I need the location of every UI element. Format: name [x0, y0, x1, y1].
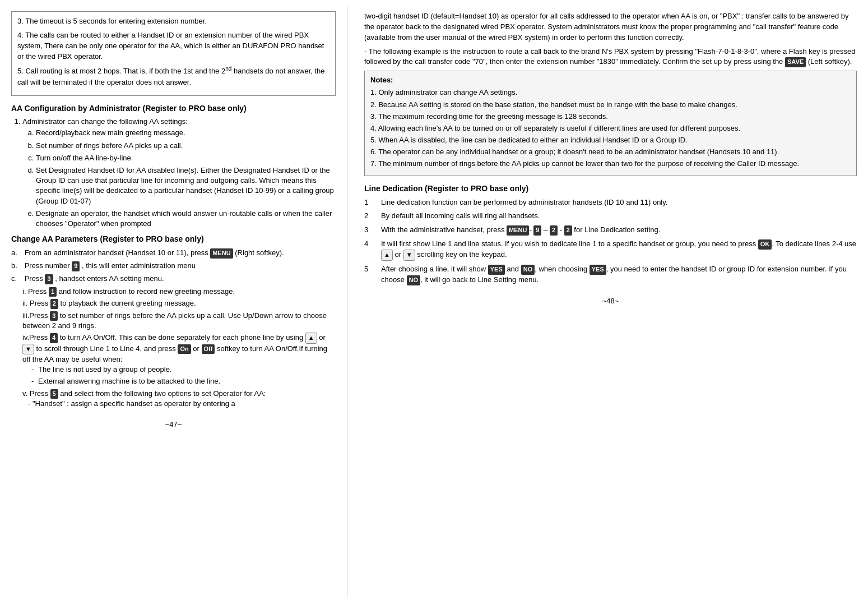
line-item-5: 5 After choosing a line, it will show YE… — [364, 264, 857, 285]
down-arrow-btn: ▼ — [22, 344, 34, 354]
note-5: 5. When AA is disabled, the line can be … — [370, 135, 851, 145]
aa-config-title: AA Configuration by Administrator (Regis… — [11, 104, 336, 113]
number-3-badge: 3 — [45, 274, 53, 284]
step-a: a. From an administrator handset (Handse… — [11, 248, 336, 259]
notes-box: Notes: 1. Only administrator can change … — [364, 71, 857, 176]
number-9-badge: 9 — [72, 261, 80, 271]
aa-config-sub-list: Record/playback new main greeting messag… — [22, 128, 336, 229]
change-aa-section: Change AA Parameters (Register to PRO ba… — [11, 234, 336, 409]
note-2: 2. Because AA setting is stored on the b… — [370, 100, 851, 110]
iv-dash-1: The line is not used by a group of peopl… — [31, 365, 336, 375]
step-b: b. Press number 9 , this will enter admi… — [11, 261, 336, 271]
right-para2: - The following example is the instructi… — [364, 47, 857, 68]
iv-dash-list: The line is not used by a group of peopl… — [22, 365, 336, 386]
no-badge-2: NO — [407, 275, 421, 285]
note-6: 6. The operator can be any individual ha… — [370, 147, 851, 157]
page-num-left: ~47~ — [11, 420, 336, 428]
n2b: 2 — [564, 225, 572, 236]
n2a: 2 — [550, 225, 558, 236]
num-5-badge: 5 — [50, 389, 58, 399]
aa-config-sub-b: Set number of rings before AA picks up a… — [36, 141, 336, 151]
num-1-badge: 1 — [49, 287, 57, 297]
aa-config-list: Administrator can change the following A… — [11, 117, 336, 229]
num-3-badge-b: 3 — [50, 311, 58, 321]
note-4: 4. Allowing each line's AA to be turned … — [370, 123, 851, 133]
sub-step-iii: iii.Press 3 to set number of rings befor… — [22, 311, 336, 331]
note-3: 3. The maximum recording time for the gr… — [370, 112, 851, 122]
aa-config-sub-d: Set Designated Handset ID for AA disable… — [36, 165, 336, 206]
num-4-badge: 4 — [50, 333, 58, 343]
menu-badge-2: MENU — [507, 225, 529, 236]
aa-config-sub-c: Turn on/off the AA line-by-line. — [36, 153, 336, 163]
aa-config-sub-a: Record/playback new main greeting messag… — [36, 128, 336, 138]
aa-config-section: AA Configuration by Administrator (Regis… — [11, 104, 336, 229]
down-arrow-2: ▼ — [403, 250, 415, 261]
num-2-badge: 2 — [50, 299, 58, 308]
yes-badge: YES — [488, 265, 505, 275]
right-column: two-digit handset ID (default=Handset 10… — [347, 6, 868, 598]
on-badge: On — [178, 344, 191, 354]
note-1: 1. Only administrator can change AA sett… — [370, 87, 851, 98]
sub-step-ii: ii. Press 2 to playback the current gree… — [22, 298, 336, 308]
bordered-item-4: 4. The calls can be routed to either a H… — [17, 30, 329, 62]
bordered-item-3: 3. The timeout is 5 seconds for entering… — [17, 16, 329, 27]
no-badge: NO — [521, 265, 535, 275]
n9: 9 — [533, 225, 541, 236]
left-column: 3. The timeout is 5 seconds for entering… — [0, 6, 347, 598]
page-num-right: ~48~ — [364, 297, 857, 305]
line-dedication-section: Line Dedication (Register to PRO base on… — [364, 184, 857, 285]
sub-step-i: i. Press 1 and follow instruction to rec… — [22, 287, 336, 297]
line-item-2: 2 By default all incoming calls will rin… — [364, 211, 857, 222]
step-c: c. Press 3 , handset enters AA setting m… — [11, 274, 336, 284]
menu-badge: MENU — [210, 248, 233, 259]
right-para1: two-digit handset ID (default=Handset 10… — [364, 11, 857, 43]
iv-dash-2: External answering machine is to be atta… — [31, 376, 336, 386]
up-arrow-btn: ▲ — [305, 333, 317, 343]
up-arrow-2: ▲ — [381, 250, 393, 261]
sub-step-iv: iv.Press 4 to turn AA On/Off. This can b… — [22, 333, 336, 386]
yes-badge-2: YES — [590, 265, 606, 275]
sub-step-v: v. Press 5 and select from the following… — [22, 389, 336, 409]
bordered-item-5: 5. Call routing is at most 2 hops. That … — [17, 65, 329, 87]
line-dedication-title: Line Dedication (Register to PRO base on… — [364, 184, 857, 193]
save-badge: SAVE — [785, 57, 806, 67]
note-7: 7. The minimum number of rings before th… — [370, 159, 851, 169]
notes-list: 1. Only administrator can change AA sett… — [370, 87, 851, 169]
aa-config-sub-e: Designate an operator, the handset which… — [36, 209, 336, 229]
notes-title: Notes: — [370, 76, 851, 84]
line-item-1: 1 Line dedication function can be perfor… — [364, 197, 857, 208]
line-item-3: 3 With the administrative handset, press… — [364, 225, 857, 236]
change-aa-title: Change AA Parameters (Register to PRO ba… — [11, 234, 336, 243]
off-badge: Off — [202, 344, 215, 354]
aa-config-list-item-1: Administrator can change the following A… — [22, 117, 336, 229]
ok-badge: OK — [758, 239, 772, 250]
line-item-4: 4 It will first show Line 1 and line sta… — [364, 239, 857, 261]
bordered-items-box: 3. The timeout is 5 seconds for entering… — [11, 11, 336, 96]
